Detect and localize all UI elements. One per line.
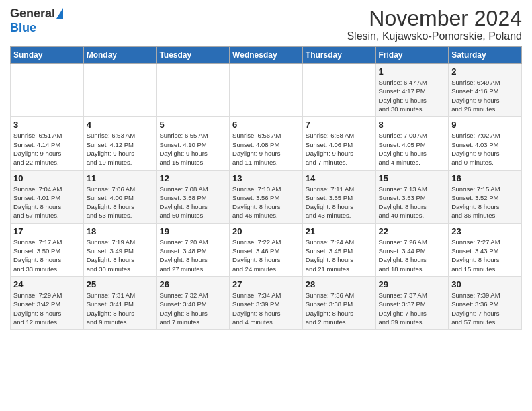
day-info: Sunrise: 6:53 AM Sunset: 4:12 PM Dayligh… (87, 131, 154, 167)
day-number: 29 (379, 279, 446, 289)
calendar-cell: 14Sunrise: 7:11 AM Sunset: 3:55 PM Dayli… (302, 170, 375, 223)
day-number: 11 (87, 173, 154, 183)
day-info: Sunrise: 7:32 AM Sunset: 3:40 PM Dayligh… (159, 291, 226, 326)
day-info: Sunrise: 7:17 AM Sunset: 3:50 PM Dayligh… (13, 238, 81, 273)
day-number: 27 (232, 279, 300, 289)
day-number: 5 (159, 120, 226, 130)
day-info: Sunrise: 7:10 AM Sunset: 3:56 PM Dayligh… (232, 185, 300, 220)
calendar-cell: 23Sunrise: 7:27 AM Sunset: 3:43 PM Dayli… (449, 223, 522, 276)
day-number: 7 (306, 120, 373, 130)
day-info: Sunrise: 7:24 AM Sunset: 3:45 PM Dayligh… (306, 238, 373, 273)
day-number: 9 (451, 120, 519, 130)
calendar-cell: 11Sunrise: 7:06 AM Sunset: 4:00 PM Dayli… (83, 170, 157, 223)
day-info: Sunrise: 7:15 AM Sunset: 3:52 PM Dayligh… (451, 185, 519, 220)
day-number: 19 (159, 226, 226, 236)
day-info: Sunrise: 7:31 AM Sunset: 3:41 PM Dayligh… (87, 291, 154, 326)
day-number: 8 (379, 120, 446, 130)
day-number: 20 (232, 226, 300, 236)
col-header-friday: Friday (375, 47, 449, 64)
day-number: 30 (451, 279, 519, 289)
header-row: SundayMondayTuesdayWednesdayThursdayFrid… (11, 47, 522, 64)
calendar-cell: 19Sunrise: 7:20 AM Sunset: 3:48 PM Dayli… (157, 223, 230, 276)
calendar-cell: 15Sunrise: 7:13 AM Sunset: 3:53 PM Dayli… (375, 170, 449, 223)
header: General Blue November 2024 Slesin, Kujaw… (10, 7, 522, 42)
calendar-cell (83, 64, 157, 117)
col-header-wednesday: Wednesday (230, 47, 303, 64)
day-number: 17 (13, 226, 81, 236)
title-block: November 2024 Slesin, Kujawsko-Pomorskie… (347, 7, 522, 42)
calendar-cell (302, 64, 375, 117)
day-info: Sunrise: 7:27 AM Sunset: 3:43 PM Dayligh… (451, 238, 519, 273)
calendar-cell (11, 64, 84, 117)
day-info: Sunrise: 7:22 AM Sunset: 3:46 PM Dayligh… (232, 238, 300, 273)
day-number: 3 (13, 120, 81, 130)
day-number: 1 (379, 66, 446, 77)
calendar-cell: 5Sunrise: 6:55 AM Sunset: 4:10 PM Daylig… (157, 117, 230, 170)
week-row-3: 10Sunrise: 7:04 AM Sunset: 4:01 PM Dayli… (11, 170, 522, 223)
day-info: Sunrise: 6:47 AM Sunset: 4:17 PM Dayligh… (379, 78, 446, 113)
calendar-cell: 21Sunrise: 7:24 AM Sunset: 3:45 PM Dayli… (302, 223, 375, 276)
page-subtitle: Slesin, Kujawsko-Pomorskie, Poland (347, 30, 522, 42)
calendar-cell: 25Sunrise: 7:31 AM Sunset: 3:41 PM Dayli… (83, 276, 157, 329)
day-number: 26 (159, 279, 226, 289)
week-row-1: 1Sunrise: 6:47 AM Sunset: 4:17 PM Daylig… (11, 64, 522, 117)
day-info: Sunrise: 7:08 AM Sunset: 3:58 PM Dayligh… (159, 185, 226, 220)
calendar-cell: 29Sunrise: 7:37 AM Sunset: 3:37 PM Dayli… (375, 276, 449, 329)
day-info: Sunrise: 7:29 AM Sunset: 3:42 PM Dayligh… (13, 291, 81, 326)
col-header-sunday: Sunday (11, 47, 84, 64)
calendar-cell: 8Sunrise: 7:00 AM Sunset: 4:05 PM Daylig… (375, 117, 449, 170)
week-row-5: 24Sunrise: 7:29 AM Sunset: 3:42 PM Dayli… (11, 276, 522, 329)
logo-triangle-icon (56, 8, 63, 19)
day-number: 22 (379, 226, 446, 236)
day-info: Sunrise: 7:37 AM Sunset: 3:37 PM Dayligh… (379, 291, 446, 326)
day-info: Sunrise: 6:51 AM Sunset: 4:14 PM Dayligh… (13, 131, 81, 167)
calendar-cell: 6Sunrise: 6:56 AM Sunset: 4:08 PM Daylig… (230, 117, 303, 170)
logo-blue-text: Blue (10, 21, 36, 35)
calendar-cell: 7Sunrise: 6:58 AM Sunset: 4:06 PM Daylig… (302, 117, 375, 170)
calendar-table: SundayMondayTuesdayWednesdayThursdayFrid… (10, 46, 522, 330)
day-info: Sunrise: 7:36 AM Sunset: 3:38 PM Dayligh… (306, 291, 373, 326)
logo: General Blue (10, 7, 63, 35)
day-info: Sunrise: 7:00 AM Sunset: 4:05 PM Dayligh… (379, 131, 446, 167)
calendar-cell: 12Sunrise: 7:08 AM Sunset: 3:58 PM Dayli… (157, 170, 230, 223)
day-info: Sunrise: 7:26 AM Sunset: 3:44 PM Dayligh… (379, 238, 446, 273)
day-number: 13 (232, 173, 300, 183)
calendar-cell: 18Sunrise: 7:19 AM Sunset: 3:49 PM Dayli… (83, 223, 157, 276)
day-info: Sunrise: 7:11 AM Sunset: 3:55 PM Dayligh… (306, 185, 373, 220)
calendar-cell: 17Sunrise: 7:17 AM Sunset: 3:50 PM Dayli… (11, 223, 84, 276)
day-number: 25 (87, 279, 154, 289)
col-header-saturday: Saturday (449, 47, 522, 64)
week-row-2: 3Sunrise: 6:51 AM Sunset: 4:14 PM Daylig… (11, 117, 522, 170)
logo-general-text: General (10, 7, 55, 21)
calendar-cell: 22Sunrise: 7:26 AM Sunset: 3:44 PM Dayli… (375, 223, 449, 276)
page-title: November 2024 (347, 7, 522, 30)
calendar-cell: 27Sunrise: 7:34 AM Sunset: 3:39 PM Dayli… (230, 276, 303, 329)
day-number: 6 (232, 120, 300, 130)
day-info: Sunrise: 7:06 AM Sunset: 4:00 PM Dayligh… (87, 185, 154, 220)
calendar-cell (230, 64, 303, 117)
day-info: Sunrise: 6:49 AM Sunset: 4:16 PM Dayligh… (451, 78, 519, 113)
day-number: 18 (87, 226, 154, 236)
day-number: 14 (306, 173, 373, 183)
day-number: 12 (159, 173, 226, 183)
calendar-cell: 24Sunrise: 7:29 AM Sunset: 3:42 PM Dayli… (11, 276, 84, 329)
col-header-thursday: Thursday (302, 47, 375, 64)
calendar-cell: 16Sunrise: 7:15 AM Sunset: 3:52 PM Dayli… (449, 170, 522, 223)
calendar-cell: 30Sunrise: 7:39 AM Sunset: 3:36 PM Dayli… (449, 276, 522, 329)
day-info: Sunrise: 7:34 AM Sunset: 3:39 PM Dayligh… (232, 291, 300, 326)
calendar-cell: 3Sunrise: 6:51 AM Sunset: 4:14 PM Daylig… (11, 117, 84, 170)
day-number: 4 (87, 120, 154, 130)
day-number: 23 (451, 226, 519, 236)
day-number: 10 (13, 173, 81, 183)
main-container: General Blue November 2024 Slesin, Kujaw… (0, 0, 532, 333)
day-info: Sunrise: 7:19 AM Sunset: 3:49 PM Dayligh… (87, 238, 154, 273)
day-info: Sunrise: 7:02 AM Sunset: 4:03 PM Dayligh… (451, 131, 519, 167)
day-number: 15 (379, 173, 446, 183)
day-info: Sunrise: 7:20 AM Sunset: 3:48 PM Dayligh… (159, 238, 226, 273)
calendar-cell: 13Sunrise: 7:10 AM Sunset: 3:56 PM Dayli… (230, 170, 303, 223)
calendar-cell: 10Sunrise: 7:04 AM Sunset: 4:01 PM Dayli… (11, 170, 84, 223)
day-info: Sunrise: 7:39 AM Sunset: 3:36 PM Dayligh… (451, 291, 519, 326)
day-info: Sunrise: 6:58 AM Sunset: 4:06 PM Dayligh… (306, 131, 373, 167)
calendar-cell: 26Sunrise: 7:32 AM Sunset: 3:40 PM Dayli… (157, 276, 230, 329)
calendar-cell: 9Sunrise: 7:02 AM Sunset: 4:03 PM Daylig… (449, 117, 522, 170)
